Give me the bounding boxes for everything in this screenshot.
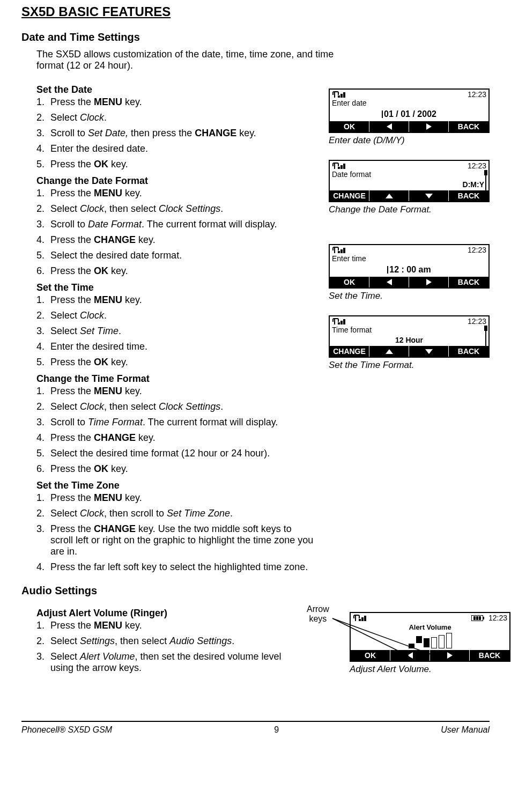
list-item: Select Set Time.	[47, 326, 316, 337]
phone-screen: 12:23 Enter time 12 : 00 am OK BACK	[329, 244, 490, 289]
list-item: Press the MENU key.	[47, 97, 316, 108]
footer-right: User Manual	[441, 725, 490, 735]
subheading-date-format: Change the Date Format	[36, 175, 316, 187]
list-item: Press the OK key.	[47, 265, 316, 277]
softkey-row: OK BACK	[330, 277, 488, 287]
phone-screen: 12:23 Enter date 01 / 01 / 2002 OK BACK	[329, 88, 490, 133]
arrow-right-icon	[426, 279, 432, 285]
list-item: Select Clock, then select Clock Settings…	[47, 401, 316, 412]
volume-bars	[409, 633, 452, 648]
page-footer: Phonecell® SX5D GSM 9 User Manual	[21, 721, 490, 735]
key-change: CHANGE	[195, 128, 236, 138]
softkey-up-arrow	[369, 190, 409, 201]
signal-icon	[332, 247, 345, 253]
softkey-row: OK BACK	[330, 121, 488, 132]
figure-caption: Enter date (D/M/Y)	[329, 135, 490, 146]
softkey-down-arrow	[409, 346, 449, 357]
screen-label: Time format	[330, 326, 488, 334]
time-format-value: 12 Hour	[330, 334, 488, 346]
page: SX5D BASIC FEATURES Date and Time Settin…	[0, 0, 511, 812]
list-item: Press the MENU key.	[47, 386, 316, 397]
section-heading-datetime: Date and Time Settings	[21, 31, 490, 43]
arrow-up-icon	[386, 194, 393, 198]
arrow-right-icon	[426, 123, 432, 130]
list-item: Select Alert Volume, then set the desire…	[47, 651, 294, 674]
list-item: Select Clock.	[47, 112, 316, 123]
list-item: Select Clock.	[47, 310, 316, 321]
arrow-left-icon	[387, 123, 392, 130]
date-format-value: D:M:Y	[330, 179, 488, 190]
figure-enter-date: 12:23 Enter date 01 / 01 / 2002 OK BACK …	[329, 88, 490, 146]
date-input-value: 01 / 01 / 2002	[330, 107, 488, 121]
time-input-value: 12 : 00 am	[330, 263, 488, 277]
steps-set-time: Press the MENU key. Select Clock. Select…	[47, 294, 316, 368]
softkey-up-arrow	[369, 346, 409, 357]
menu-clock: Clock	[80, 112, 104, 123]
list-item: Press the OK key.	[47, 159, 316, 170]
list-item: Scroll to Set Date, then press the CHANG…	[47, 128, 316, 139]
softkey-change: CHANGE	[330, 190, 369, 201]
steps-time-format: Press the MENU key. Select Clock, then s…	[47, 386, 316, 475]
softkey-right-arrow	[409, 277, 449, 287]
phone-screen: 12:23 Date format D:M:Y CHANGE BACK	[329, 160, 490, 202]
list-item: Press the MENU key.	[47, 620, 294, 631]
clock-readout: 12:23	[468, 246, 486, 254]
subheading-set-time: Set the Time	[36, 282, 316, 293]
softkey-back: BACK	[449, 121, 488, 132]
screen-label: Date format	[330, 170, 488, 179]
list-item: Enter the desired date.	[47, 143, 316, 154]
screen-label: Enter time	[330, 254, 488, 263]
softkey-back: BACK	[449, 277, 488, 287]
subheading-time-format: Change the Time Format	[36, 373, 316, 385]
subheading-time-zone: Set the Time Zone	[36, 480, 316, 491]
softkey-row: CHANGE BACK	[330, 346, 488, 357]
softkey-row: CHANGE BACK	[330, 190, 488, 201]
figure-enter-time: 12:23 Enter time 12 : 00 am OK BACK Set …	[329, 244, 490, 301]
list-item: Press the CHANGE key.	[47, 432, 316, 444]
subheading-set-date: Set the Date	[36, 84, 316, 95]
list-item: Select Clock, then select Clock Settings…	[47, 203, 316, 215]
softkey-left-arrow	[369, 277, 409, 287]
signal-icon	[332, 318, 345, 324]
softkey-down-arrow	[409, 190, 449, 201]
softkey-back: BACK	[449, 346, 488, 357]
figure-date-format: 12:23 Date format D:M:Y CHANGE BACK	[329, 160, 490, 215]
signal-icon	[332, 91, 345, 98]
list-item: Select Settings, then select Audio Setti…	[47, 636, 294, 647]
figure-time-format: 12:23 Time format 12 Hour CHANGE BACK	[329, 315, 490, 371]
list-item: Press the OK key.	[47, 463, 316, 475]
steps-set-date: Press the MENU key. Select Clock. Scroll…	[47, 97, 316, 170]
arrow-down-icon	[425, 194, 433, 198]
list-item: Scroll to Time Format. The current forma…	[47, 417, 316, 428]
clock-readout: 12:23	[468, 317, 486, 326]
list-item: Enter the desired time.	[47, 341, 316, 352]
list-item: Press the MENU key.	[47, 492, 316, 504]
arrow-up-icon	[386, 349, 393, 354]
list-item: Scroll to Date Format. The current forma…	[47, 219, 316, 230]
softkey-back: BACK	[449, 190, 488, 201]
screen-label: Enter date	[330, 99, 488, 107]
footer-page-number: 9	[274, 725, 279, 735]
steps-date-format: Press the MENU key. Select Clock, then s…	[47, 188, 316, 277]
page-title: SX5D BASIC FEATURES	[21, 4, 490, 19]
signal-icon	[332, 163, 345, 169]
phone-screen: 12:23 Time format 12 Hour CHANGE BACK	[329, 315, 490, 358]
softkey-right-arrow	[409, 121, 449, 132]
softkey-change: CHANGE	[330, 346, 369, 357]
arrow-left-icon	[387, 279, 392, 285]
list-item: Select the desired time format (12 hour …	[47, 448, 316, 459]
list-item: Press the CHANGE key.	[47, 234, 316, 246]
key-menu: MENU	[94, 97, 122, 107]
steps-alert-volume: Press the MENU key. Select Settings, the…	[47, 620, 294, 674]
figure-caption: Change the Date Format.	[329, 204, 490, 215]
datetime-content: The SX5D allows customization of the dat…	[36, 49, 490, 577]
figure-caption: Set the Time.	[329, 291, 490, 301]
section-heading-audio: Audio Settings	[21, 585, 490, 597]
softkey-left-arrow	[369, 121, 409, 132]
figure-caption: Set the Time Format.	[329, 360, 490, 371]
list-item: Press the CHANGE key. Use the two middle…	[47, 523, 316, 557]
list-item: Select the desired date format.	[47, 250, 316, 261]
list-item: Select Clock, then scroll to Set Time Zo…	[47, 508, 316, 519]
list-item: Press the OK key.	[47, 357, 316, 368]
steps-time-zone: Press the MENU key. Select Clock, then s…	[47, 492, 316, 573]
